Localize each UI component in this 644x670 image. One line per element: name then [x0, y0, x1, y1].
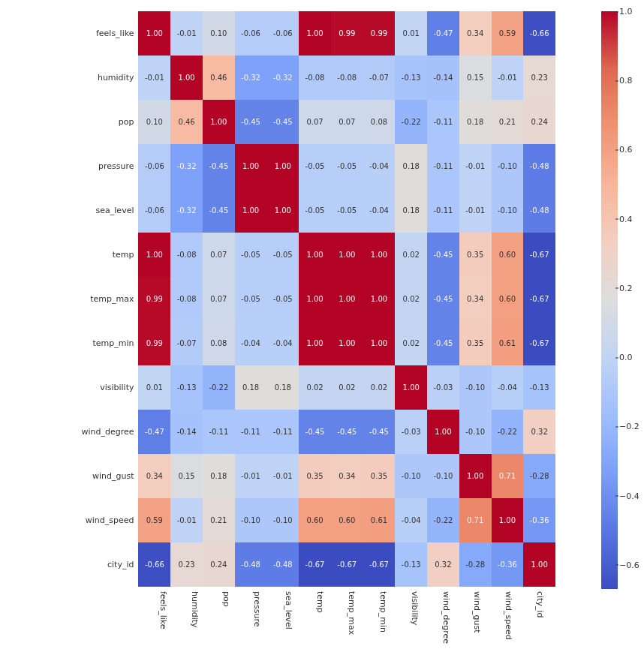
heatmap-cell: -0.10 [395, 454, 427, 498]
heatmap-cell: 0.07 [203, 277, 235, 321]
heatmap-cell: 1.00 [363, 321, 396, 365]
heatmap-cell: 0.99 [138, 277, 170, 321]
x-axis-label: humidity [189, 591, 199, 628]
heatmap-cell: -0.66 [138, 542, 170, 587]
heatmap-cell: 1.00 [170, 56, 203, 100]
heatmap-row: humidity-0.011.000.46-0.32-0.32-0.08-0.0… [75, 56, 555, 100]
heatmap-cell: 1.00 [331, 321, 363, 365]
heatmap-cell: 0.34 [331, 454, 363, 498]
heatmap-row: pressure-0.06-0.32-0.451.001.00-0.05-0.0… [75, 144, 555, 188]
heatmap-cell: 1.00 [299, 321, 331, 365]
heatmap-cell: -0.01 [170, 11, 203, 56]
heatmap-cell: 0.34 [138, 454, 170, 498]
heatmap-cell: 0.23 [170, 542, 203, 587]
heatmap-cell: -0.11 [427, 144, 459, 188]
heatmap-cell: -0.28 [523, 454, 555, 498]
heatmap-cell: -0.04 [266, 321, 299, 365]
heatmap-cell: 0.21 [203, 498, 235, 542]
heatmap-cell: 0.02 [395, 233, 427, 277]
heatmap-cell: 1.00 [331, 233, 363, 277]
heatmap-cell: 0.18 [266, 365, 299, 410]
y-axis-label: pop [75, 117, 138, 127]
heatmap-cell: 0.60 [492, 277, 524, 321]
heatmap-cell: 0.59 [138, 498, 170, 542]
x-axis-label: visibility [409, 591, 419, 625]
heatmap-cell: -0.08 [170, 277, 203, 321]
heatmap-cell: 1.00 [203, 100, 235, 144]
heatmap-cell: 0.71 [459, 498, 492, 542]
heatmap-cell: 0.18 [203, 454, 235, 498]
x-axis-label: pop [221, 591, 230, 607]
heatmap-cell: -0.67 [299, 542, 331, 587]
x-axis-label: wind_speed [504, 591, 513, 640]
heatmap-cell: 0.23 [523, 56, 555, 100]
heatmap-cell: 0.60 [299, 498, 331, 542]
y-axis-label: pressure [75, 161, 138, 171]
y-axis-label: temp_min [75, 338, 138, 348]
heatmap-cell: 0.02 [363, 365, 396, 410]
heatmap-cell: -0.47 [138, 410, 170, 454]
heatmap-cell: -0.32 [266, 56, 299, 100]
heatmap-cell: 0.35 [459, 321, 492, 365]
x-axis-label: city_id [535, 591, 545, 617]
heatmap-cell: -0.05 [235, 277, 267, 321]
heatmap-cell: 1.00 [492, 498, 524, 542]
heatmap-cell: -0.13 [170, 365, 203, 410]
heatmap-cell: 0.24 [523, 100, 555, 144]
heatmap-cell: 0.02 [395, 321, 427, 365]
heatmap-cell: -0.01 [266, 454, 299, 498]
heatmap-row: wind_gust0.340.150.18-0.01-0.010.350.340… [75, 454, 555, 498]
heatmap-cell: -0.01 [459, 144, 492, 188]
heatmap-row: temp_max0.99-0.080.07-0.05-0.051.001.001… [75, 277, 555, 321]
heatmap-cell: -0.10 [459, 410, 492, 454]
heatmap-cell: 0.07 [203, 233, 235, 277]
heatmap-cell: 1.00 [235, 188, 267, 233]
colorbar-tick: 0.8 [619, 76, 633, 86]
colorbar-tick: 0.4 [619, 214, 633, 224]
heatmap-cell: -0.04 [235, 321, 267, 365]
heatmap-row: temp_min0.99-0.070.08-0.04-0.041.001.001… [75, 321, 555, 365]
heatmap-cell: -0.32 [235, 56, 267, 100]
heatmap-cell: -0.45 [203, 144, 235, 188]
heatmap-cell: 0.35 [459, 233, 492, 277]
heatmap-cell: 0.18 [395, 144, 427, 188]
heatmap-cell: -0.67 [523, 321, 555, 365]
y-axis-label: temp [75, 250, 138, 260]
correlation-heatmap: feels_like1.00-0.010.10-0.06-0.061.000.9… [0, 0, 644, 670]
heatmap-cell: -0.28 [459, 542, 492, 587]
x-axis-label: pressure [252, 591, 262, 627]
heatmap-cell: 0.35 [299, 454, 331, 498]
heatmap-cell: 0.32 [427, 542, 459, 587]
heatmap-cell: 0.02 [331, 365, 363, 410]
colorbar-tick: 0.2 [619, 283, 633, 293]
heatmap-cell: -0.06 [235, 11, 267, 56]
heatmap-cell: -0.10 [492, 188, 524, 233]
heatmap-row: sea_level-0.06-0.32-0.451.001.00-0.05-0.… [75, 188, 555, 233]
heatmap-cell: -0.06 [266, 11, 299, 56]
heatmap-cell: -0.01 [170, 498, 203, 542]
heatmap-cell: -0.08 [170, 233, 203, 277]
heatmap-cell: -0.67 [363, 542, 396, 587]
heatmap-cell: 0.10 [203, 11, 235, 56]
heatmap-cell: -0.04 [363, 144, 396, 188]
heatmap-row: temp1.00-0.080.07-0.05-0.051.001.001.000… [75, 233, 555, 277]
heatmap-cell: 1.00 [299, 233, 331, 277]
x-axis-label: wind_degree [441, 591, 450, 644]
heatmap-cell: -0.04 [395, 498, 427, 542]
heatmap-cell: -0.10 [266, 498, 299, 542]
y-axis-label: feels_like [75, 29, 138, 38]
heatmap-cell: -0.11 [266, 410, 299, 454]
heatmap-cell: -0.45 [266, 100, 299, 144]
heatmap-cell: 0.08 [363, 100, 396, 144]
heatmap-cell: -0.36 [523, 498, 555, 542]
heatmap-cell: -0.04 [492, 365, 524, 410]
heatmap-cell: -0.45 [203, 188, 235, 233]
heatmap-cell: -0.67 [331, 542, 363, 587]
heatmap-cell: 0.07 [299, 100, 331, 144]
heatmap-cell: -0.10 [235, 498, 267, 542]
heatmap-cell: -0.45 [299, 410, 331, 454]
heatmap-row: city_id-0.660.230.24-0.48-0.48-0.67-0.67… [75, 542, 555, 587]
heatmap-cell: 1.00 [363, 277, 396, 321]
heatmap-cell: 0.15 [459, 56, 492, 100]
heatmap-cell: -0.45 [235, 100, 267, 144]
